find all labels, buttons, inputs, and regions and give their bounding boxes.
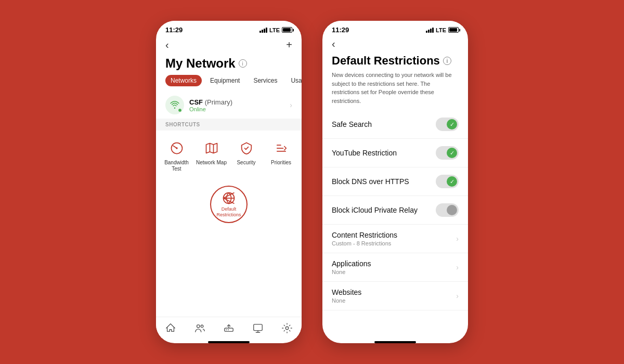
nav-router[interactable] xyxy=(223,322,235,334)
network-item[interactable]: CSF (Primary) Online › xyxy=(156,92,302,119)
priorities-label: Priorities xyxy=(271,160,291,166)
svg-point-8 xyxy=(226,329,227,330)
youtube-restriction-row: YouTube Restriction ✓ xyxy=(322,139,468,167)
security-icon xyxy=(237,139,256,158)
block-dns-label: Block DNS over HTTPS xyxy=(332,177,409,186)
content-restrictions-content: Content Restrictions Custom - 8 Restrict… xyxy=(332,231,456,246)
safe-search-row: Safe Search ✓ xyxy=(322,110,468,139)
bottom-nav-1 xyxy=(156,317,302,338)
safe-search-label: Safe Search xyxy=(332,120,372,128)
signal-bars-1 xyxy=(259,28,267,33)
settings-icon xyxy=(281,322,293,334)
online-dot xyxy=(178,108,182,112)
tab-usage[interactable]: Usage xyxy=(285,75,302,86)
default-restrictions-label: Default Restrictions xyxy=(211,206,246,218)
add-button-1[interactable]: + xyxy=(286,39,292,51)
info-icon-1[interactable]: i xyxy=(239,59,247,68)
top-nav-1: ‹ + xyxy=(156,36,302,54)
nav-monitor[interactable] xyxy=(252,322,264,334)
nav-people[interactable] xyxy=(194,322,205,334)
content-restrictions-title: Content Restrictions xyxy=(332,231,456,239)
block-dns-toggle[interactable]: ✓ xyxy=(436,175,459,188)
block-icloud-row: Block iCloud Private Relay xyxy=(322,196,468,225)
bandwidth-label: BandwidthTest xyxy=(164,160,189,172)
page-title-1: My Network xyxy=(165,56,236,71)
signal-bars-2 xyxy=(426,28,434,33)
chevron-right-websites: › xyxy=(456,292,459,300)
chevron-right-network: › xyxy=(290,101,292,109)
applications-row[interactable]: Applications None › xyxy=(322,253,468,282)
status-time-1: 11:29 xyxy=(165,26,183,34)
status-icons-1: LTE xyxy=(259,27,292,33)
back-button-2[interactable]: ‹ xyxy=(332,38,335,50)
router-icon xyxy=(223,322,235,334)
shortcut-priorities[interactable]: Priorities xyxy=(266,139,296,172)
bandwidth-icon xyxy=(167,139,186,158)
status-time-2: 11:29 xyxy=(332,26,349,34)
network-map-label: Network Map xyxy=(196,160,227,166)
lte-label-2: LTE xyxy=(436,27,446,33)
content-restrictions-row[interactable]: Content Restrictions Custom - 8 Restrict… xyxy=(322,225,468,253)
people-icon xyxy=(194,322,205,334)
svg-point-12 xyxy=(285,327,289,330)
globe-icon xyxy=(222,191,236,205)
shortcut-bandwidth[interactable]: BandwidthTest xyxy=(161,139,192,172)
status-icons-2: LTE xyxy=(426,27,459,33)
shortcut-network-map[interactable]: Network Map xyxy=(196,139,227,172)
back-button-1[interactable]: ‹ xyxy=(165,39,169,51)
youtube-restriction-toggle[interactable]: ✓ xyxy=(436,146,459,160)
battery-icon-2 xyxy=(448,27,459,33)
tab-services[interactable]: Services xyxy=(248,75,282,86)
network-text: CSF (Primary) Online xyxy=(189,98,290,112)
wifi-icon-container xyxy=(165,96,184,114)
svg-point-6 xyxy=(201,325,203,328)
default-restrictions-button[interactable]: Default Restrictions xyxy=(210,186,248,223)
shortcuts-grid: BandwidthTest Network Map xyxy=(156,131,302,180)
page-title-row-1: My Network i xyxy=(156,54,302,75)
websites-subtitle: None xyxy=(332,297,456,304)
websites-title: Websites xyxy=(332,288,456,296)
websites-row[interactable]: Websites None › xyxy=(322,282,468,310)
svg-line-4 xyxy=(224,198,235,204)
block-icloud-thumb xyxy=(447,205,457,215)
tabs-row-1: Networks Equipment Services Usage xyxy=(156,75,302,86)
priorities-icon xyxy=(272,139,291,158)
lte-label-1: LTE xyxy=(269,27,280,33)
shortcuts-header: SHORTCUTS xyxy=(156,119,302,131)
chevron-right-content: › xyxy=(456,235,459,243)
applications-title: Applications xyxy=(332,259,456,268)
youtube-restriction-label: YouTube Restriction xyxy=(332,149,397,157)
tab-networks[interactable]: Networks xyxy=(165,75,202,86)
chevron-right-applications: › xyxy=(456,263,459,271)
svg-point-9 xyxy=(228,329,229,330)
svg-line-3 xyxy=(224,193,235,199)
phone-1: 11:29 LTE ‹ + My Network i Networks Equi… xyxy=(156,21,302,343)
home-indicator-1 xyxy=(208,341,250,343)
restrictions-title: Default Restrictions i xyxy=(332,54,459,68)
content-restrictions-subtitle: Custom - 8 Restrictions xyxy=(332,240,456,246)
restrictions-desc: New devices connecting to your network w… xyxy=(332,71,459,105)
restrictions-content: Default Restrictions i New devices conne… xyxy=(322,52,468,338)
network-status: Online xyxy=(189,106,290,112)
monitor-icon xyxy=(252,322,264,334)
safe-search-thumb: ✓ xyxy=(447,119,457,129)
map-icon xyxy=(202,139,221,158)
nav-settings[interactable] xyxy=(281,322,293,334)
battery-icon-1 xyxy=(282,27,292,33)
safe-search-toggle[interactable]: ✓ xyxy=(436,118,459,131)
applications-subtitle: None xyxy=(332,269,456,275)
youtube-restriction-thumb: ✓ xyxy=(447,148,457,158)
phone-2: 11:29 LTE ‹ Default Restrictions i New d… xyxy=(322,21,468,343)
svg-point-5 xyxy=(197,325,200,328)
tab-equipment[interactable]: Equipment xyxy=(205,75,245,86)
security-label: Security xyxy=(237,160,255,166)
svg-rect-11 xyxy=(254,324,263,331)
block-icloud-label: Block iCloud Private Relay xyxy=(332,206,418,214)
nav-home[interactable] xyxy=(165,322,176,334)
info-icon-2[interactable]: i xyxy=(443,57,451,65)
svg-point-1 xyxy=(176,147,178,149)
block-icloud-toggle[interactable] xyxy=(436,203,459,217)
phone-1-content: ‹ + My Network i Networks Equipment Serv… xyxy=(156,36,302,317)
shortcut-security[interactable]: Security xyxy=(231,139,262,172)
status-bar-1: 11:29 LTE xyxy=(156,21,302,36)
